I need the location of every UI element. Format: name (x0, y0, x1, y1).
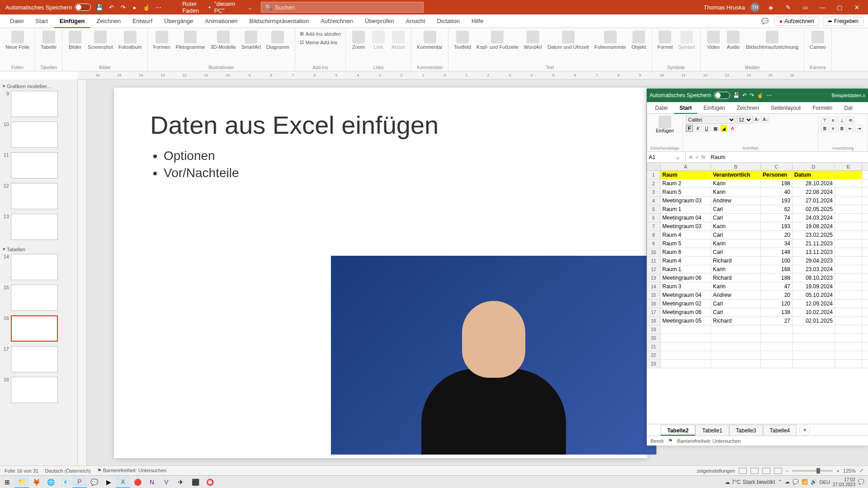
cell[interactable] (660, 351, 711, 359)
cell[interactable]: 20 (761, 291, 793, 299)
excel-tab-formeln[interactable]: Formeln (807, 102, 838, 114)
cell[interactable]: Karin (711, 188, 761, 196)
thumb-17[interactable]: 17 (2, 346, 75, 372)
cell[interactable]: 10.02.2024 (793, 308, 835, 316)
cancel-icon[interactable]: ✕ (689, 154, 693, 160)
align-middle-icon[interactable]: ≡ (830, 117, 837, 124)
cell[interactable]: 23.02.2025 (793, 231, 835, 239)
section-header-2[interactable]: ▾Tabellen (2, 244, 75, 254)
excel-autosave-toggle[interactable] (714, 92, 730, 99)
row-header[interactable]: 16 (647, 300, 660, 308)
cell[interactable]: 24.03.2024 (793, 214, 835, 222)
increase-font-icon[interactable]: A↑ (754, 116, 761, 123)
undo-icon[interactable]: ↶ (106, 2, 116, 12)
row-header[interactable]: 6 (647, 214, 660, 222)
autosave-control[interactable]: Automatisches Speichern (3, 4, 94, 11)
a11y-status[interactable]: ⚑ Barrierefreiheit: Untersuchen (97, 468, 167, 474)
cell[interactable]: Raum 1 (660, 205, 711, 213)
cell[interactable]: 23.03.2024 (793, 265, 835, 273)
cell[interactable] (793, 351, 835, 359)
cell[interactable]: 27 (761, 317, 793, 325)
cell[interactable]: 100 (761, 257, 793, 265)
cell[interactable]: Karin (711, 239, 761, 248)
align-top-icon[interactable]: ⊤ (821, 117, 828, 124)
cell[interactable] (835, 188, 862, 196)
cell[interactable] (835, 231, 862, 239)
cell[interactable] (835, 248, 862, 256)
cell[interactable]: 05.10.2024 (793, 291, 835, 299)
excel-tab-seitenlayout[interactable]: Seitenlayout (765, 102, 806, 114)
cell[interactable]: 138 (761, 308, 793, 316)
cell[interactable] (835, 360, 862, 368)
table-row[interactable]: 20 (647, 334, 868, 343)
cell[interactable]: Raum 3 (660, 282, 711, 291)
cell[interactable]: Meetingraum 03 (660, 222, 711, 230)
cell[interactable] (711, 360, 761, 368)
enter-icon[interactable]: ✓ (695, 154, 699, 160)
cell[interactable] (793, 360, 835, 368)
cell[interactable] (835, 282, 862, 291)
cell[interactable]: Karin (711, 265, 761, 273)
excel-tab-dat[interactable]: Dat (839, 102, 858, 114)
cell[interactable]: Karin (711, 282, 761, 291)
cell[interactable]: Karin (711, 222, 761, 230)
table-row[interactable]: 8Raum 4Carl2023.02.2025 (647, 231, 868, 239)
excel-undo-icon[interactable]: ↶ (742, 92, 747, 99)
table-row[interactable]: 5Raum 1Carl6202.05.2025 (647, 205, 868, 214)
cell[interactable]: Raum 4 (660, 231, 711, 239)
excel-qat-more-icon[interactable]: ⋯ (766, 92, 772, 99)
tab-zeichnen[interactable]: Zeichnen (91, 14, 126, 28)
cell[interactable]: Andrew (711, 291, 761, 299)
outlook-icon[interactable]: 📧 (58, 476, 72, 488)
tab-ansicht[interactable]: Ansicht (401, 14, 431, 28)
cell[interactable]: 74 (761, 214, 793, 222)
tab-bildschirm[interactable]: Bildschirmpräsentation (244, 14, 315, 28)
cell[interactable] (835, 214, 862, 222)
table-row[interactable]: 12Raum 1Karin16823.03.2024 (647, 265, 868, 274)
touch-icon[interactable]: ☝ (142, 2, 151, 12)
zoom-slider[interactable] (792, 470, 833, 472)
diamond-icon[interactable]: ◈ (766, 2, 776, 12)
formula-input[interactable]: Raum (708, 154, 868, 160)
clock[interactable]: 17:02 27.03.2023 (833, 477, 855, 487)
row-header[interactable]: 14 (647, 282, 660, 291)
chevron-down-icon[interactable]: ⌵ (248, 4, 252, 11)
table-row[interactable]: 11Raum 4Richard10029.04.2023 (647, 257, 868, 265)
cell[interactable]: Andrew (711, 197, 761, 205)
underline-button[interactable]: U (703, 125, 710, 132)
redo-icon[interactable]: ↷ (118, 2, 128, 12)
cell[interactable] (711, 325, 761, 333)
cell[interactable]: Raum 1 (660, 265, 711, 273)
screenshot-button[interactable]: Screenshot (86, 30, 115, 51)
table-row[interactable]: 18Meetingraum 05Richard2702.01.2025 (647, 317, 868, 325)
obs-icon[interactable]: ⭕ (203, 476, 217, 488)
indent-dec-icon[interactable]: ⇤ (847, 125, 854, 132)
cell[interactable]: Meetingraum 05 (660, 317, 711, 325)
row-header[interactable]: 3 (647, 188, 660, 196)
cell[interactable]: Carl (711, 248, 761, 256)
cell[interactable]: Meetingraum 04 (660, 214, 711, 222)
cell[interactable]: Richard (711, 257, 761, 265)
row-header[interactable]: 11 (647, 257, 660, 265)
thumb-16[interactable]: 16 (2, 315, 75, 342)
sheet-tab-1[interactable]: Tabelle2 (660, 425, 695, 436)
cell[interactable] (761, 343, 793, 351)
cell[interactable] (835, 222, 862, 230)
tab-aufzeichnen[interactable]: Aufzeichnen (315, 14, 359, 28)
icons-button[interactable]: Piktogramme (174, 30, 207, 51)
tab-ueberpruefen[interactable]: Überprüfen (359, 14, 400, 28)
cell[interactable]: 29.04.2023 (793, 257, 835, 265)
row-header[interactable]: 22 (647, 351, 660, 359)
maximize-icon[interactable]: ▢ (835, 2, 844, 12)
action-button[interactable]: Aktion (389, 30, 407, 51)
italic-button[interactable]: K (694, 125, 702, 132)
share-button[interactable]: ➦Freigeben (823, 17, 863, 26)
thumb-13[interactable]: 13 (2, 214, 75, 240)
indent-inc-icon[interactable]: ⇥ (855, 125, 863, 132)
pen-icon[interactable]: ✎ (783, 2, 793, 12)
cell[interactable]: 193 (761, 222, 793, 230)
firefox-icon[interactable]: 🦊 (29, 476, 43, 488)
cell[interactable]: 120 (761, 300, 793, 308)
3d-button[interactable]: 3D-Modelle (208, 30, 237, 51)
audio-button[interactable]: Audio (724, 30, 742, 51)
